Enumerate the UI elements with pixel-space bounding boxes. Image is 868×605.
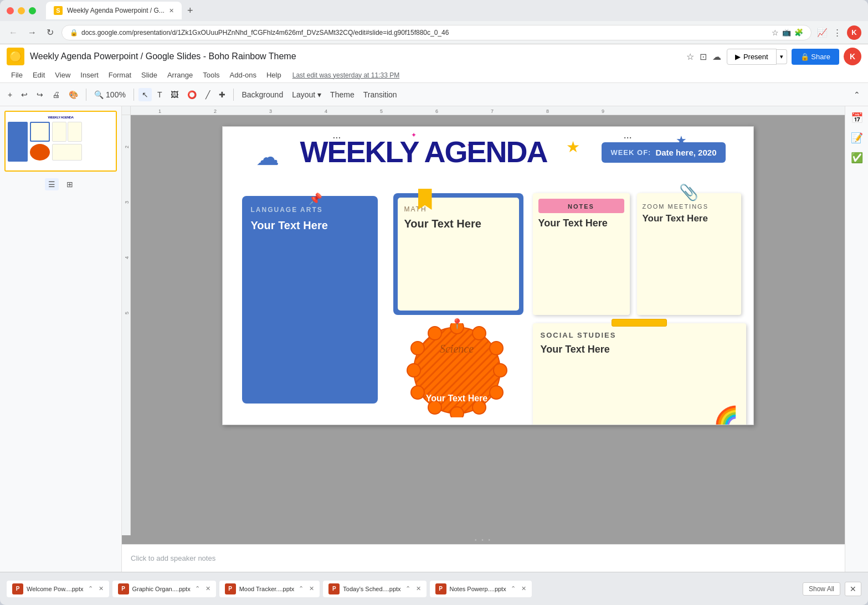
sticky-note-icon[interactable]: 📝 [851,132,863,144]
language-arts-label: LANGUAGE ARTS [251,206,369,214]
show-all-button[interactable]: Show All [803,582,840,596]
bookmark-icon[interactable]: ☆ [772,28,779,37]
taskbar-expand-2[interactable]: ⌃ [195,585,200,592]
menu-edit[interactable]: Edit [28,69,49,81]
ruler-h-ticks: 1 2 3 4 5 6 7 8 9 [131,106,845,115]
forward-button[interactable]: → [25,25,39,40]
tab-close-button[interactable]: ✕ [169,7,174,14]
slide-viewport[interactable]: • • • ★ • • • ★ ✦ ✦ ☁ WEEKLY AGENDA WEEK… [131,115,845,535]
slide-title: WEEKLY AGENDA [300,137,547,167]
tasks-icon[interactable]: ✅ [851,152,863,164]
paint-format-button[interactable]: 🎨 [65,88,81,101]
notes-text[interactable]: Your Text Here [538,218,624,229]
minimize-window-button[interactable] [18,7,25,14]
taskbar-close-4[interactable]: ✕ [416,585,421,592]
refresh-button[interactable]: ↻ [44,25,56,40]
right-sidebar: 📅 📝 ✅ [845,106,868,572]
social-studies-section[interactable]: SOCIAL STUDIES Your Text Here 🌈 [533,323,746,425]
taskbar-item-4[interactable]: P Today's Sched....pptx ⌃ ✕ [323,581,426,597]
menu-view[interactable]: View [50,69,75,81]
insert-button[interactable]: + [4,88,16,101]
menu-slide[interactable]: Slide [137,69,162,81]
present-caret-button[interactable]: ▾ [777,49,787,64]
canvas-area: 1 2 3 4 5 6 7 8 9 2 [122,106,845,572]
taskbar-item-1[interactable]: P Welcome Pow....pptx ⌃ ✕ [7,581,109,597]
extensions-icon[interactable]: 🧩 [794,28,803,37]
zoom-text[interactable]: Your Text Here [643,213,736,224]
print-button[interactable]: 🖨 [49,88,63,101]
zoom-meetings-section[interactable]: 📎 ZOOM MEETINGS Your Text Here [637,193,741,315]
language-arts-section[interactable]: LANGUAGE ARTS Your Text Here [242,196,378,404]
share-button[interactable]: 🔒 Share [792,49,839,65]
zoom-button[interactable]: 🔍 100% [91,88,129,101]
user-avatar-slides[interactable]: K [844,48,861,65]
menu-tools[interactable]: Tools [198,69,224,81]
notes-section[interactable]: NOTES Your Text Here [533,193,630,315]
back-button[interactable]: ← [7,25,20,40]
science-section[interactable]: 📍 Science Your Text Here [388,323,526,417]
slide-canvas[interactable]: • • • ★ • • • ★ ✦ ✦ ☁ WEEKLY AGENDA WEEK… [222,126,754,425]
theme-button[interactable]: Theme [327,88,358,101]
slide-thumbnail-1[interactable]: 1 WEEKLY AGENDA [4,111,117,172]
line-tool[interactable]: ╱ [202,88,213,101]
close-all-button[interactable]: ✕ [845,582,861,596]
taskbar-expand-4[interactable]: ⌃ [405,585,410,592]
select-tool[interactable]: ↖ [138,88,152,101]
layout-button[interactable]: Layout ▾ [289,88,325,101]
url-bar[interactable]: 🔒 docs.google.com/presentation/d/1Zk1GxO… [61,25,811,40]
user-avatar-browser[interactable]: K [847,25,861,40]
cast-icon[interactable]: 📺 [782,28,791,37]
toolbar-collapse[interactable]: ⌃ [850,88,864,101]
menu-insert[interactable]: Insert [76,69,103,81]
taskbar-close-3[interactable]: ✕ [309,585,314,592]
menu-add-ons[interactable]: Add-ons [225,69,261,81]
new-tab-button[interactable]: + [184,4,197,18]
text-tool[interactable]: T [154,88,166,101]
speaker-notes-placeholder[interactable]: Click to add speaker notes [131,554,215,562]
svg-point-18 [472,327,486,340]
slides-mode-icon[interactable]: ⊡ [700,51,707,62]
taskbar-label-3: Mood Tracker....pptx [239,586,295,592]
browser-tab[interactable]: S Weekly Agenda Powerpoint / G... ✕ [46,2,182,19]
taskbar-item-5[interactable]: P Notes Powerp....pptx ⌃ ✕ [430,581,532,597]
resize-dots: • • • [475,537,492,543]
menu-arrange[interactable]: Arrange [163,69,197,81]
calendar-icon[interactable]: 📅 [851,112,863,124]
taskbar-close-2[interactable]: ✕ [206,585,210,592]
menu-file[interactable]: File [7,69,27,81]
cloud-icon[interactable]: ☁ [712,51,721,62]
close-window-button[interactable] [7,7,14,14]
chrome-menu-icon[interactable]: ⋮ [833,28,841,38]
math-section[interactable]: MATH Your Text Here [393,193,523,315]
resize-handle[interactable]: • • • [122,535,845,544]
taskbar-item-2[interactable]: P Graphic Organ....pptx ⌃ ✕ [112,581,216,597]
taskbar-expand-5[interactable]: ⌃ [511,585,516,592]
taskbar-close-5[interactable]: ✕ [521,585,526,592]
taskbar-expand-3[interactable]: ⌃ [299,585,304,592]
menu-format[interactable]: Format [104,69,136,81]
menu-bar: File Edit View Insert Format Slide Arran… [7,68,861,82]
maximize-window-button[interactable] [29,7,36,14]
menu-help[interactable]: Help [262,69,286,81]
transition-button[interactable]: Transition [360,88,400,101]
present-button[interactable]: ▶ Present [727,49,777,65]
taskbar-item-3[interactable]: P Mood Tracker....pptx ⌃ ✕ [219,581,320,597]
math-text[interactable]: Your Text Here [404,218,512,230]
background-button[interactable]: Background [238,88,286,101]
science-text[interactable]: Your Text Here [426,394,487,404]
taskbar-expand-1[interactable]: ⌃ [88,585,93,592]
filmstrip-view-button[interactable]: ☰ [45,178,59,190]
taskbar-close-1[interactable]: ✕ [99,585,104,592]
speaker-notes-area[interactable]: Click to add speaker notes [122,544,845,572]
grid-view-button[interactable]: ⊞ [63,178,76,190]
svg-text:1: 1 [158,108,161,114]
trend-icon[interactable]: 📈 [817,28,828,38]
language-arts-text[interactable]: Your Text Here [251,219,369,232]
social-studies-text[interactable]: Your Text Here [541,344,738,355]
undo-button[interactable]: ↩ [18,88,31,101]
more-tools[interactable]: ✚ [215,88,229,101]
shape-tool[interactable]: ⭕ [184,88,200,101]
redo-button[interactable]: ↪ [33,88,47,101]
star-icon[interactable]: ☆ [686,51,694,62]
image-tool[interactable]: 🖼 [167,88,182,101]
